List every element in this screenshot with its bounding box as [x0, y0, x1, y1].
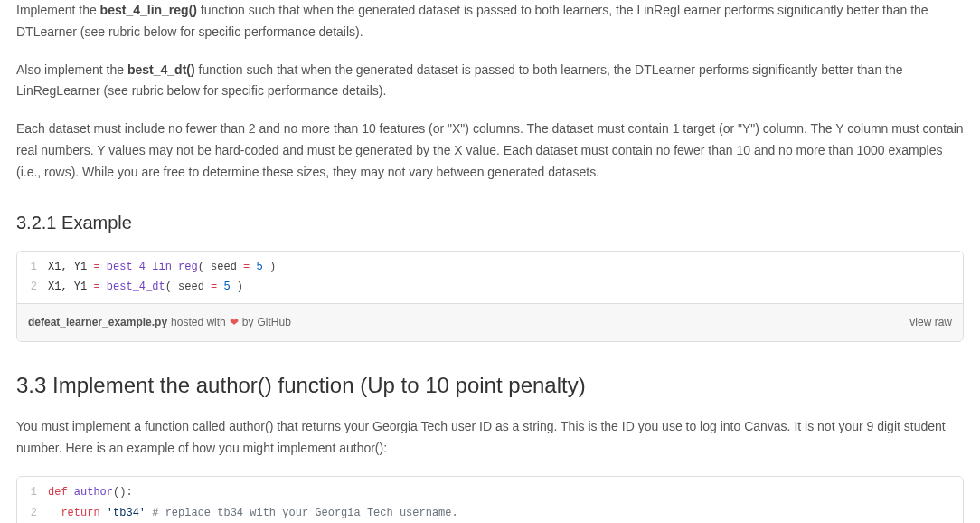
code-line: 1 X1, Y1 = best_4_lin_reg( seed = 5 ): [17, 257, 963, 278]
code-content: def author():: [48, 482, 963, 503]
paragraph-best4dt: Also implement the best_4_dt() function …: [16, 60, 964, 103]
gist-author-example: 1 def author(): 2 return 'tb34' # replac…: [16, 476, 964, 523]
code-line: 2 X1, Y1 = best_4_dt( seed = 5 ): [17, 277, 963, 298]
paragraph-best4linreg: Implement the best_4_lin_reg() function …: [16, 0, 964, 43]
heading-321-example: 3.2.1 Example: [16, 207, 964, 238]
gist-github-link[interactable]: GitHub: [257, 313, 290, 331]
gist-by-text: by: [242, 313, 254, 331]
code-content: X1, Y1 = best_4_lin_reg( seed = 5 ): [48, 257, 963, 278]
gist-hosted-text: hosted with: [171, 313, 226, 331]
text: Implement the: [16, 3, 100, 17]
gist-filename-link[interactable]: defeat_learner_example.py: [28, 313, 167, 331]
line-number: 1: [17, 482, 48, 503]
paragraph-author-desc: You must implement a function called aut…: [16, 416, 964, 460]
code-line: 1 def author():: [17, 482, 963, 503]
line-number: 2: [17, 503, 48, 523]
line-number: 1: [17, 257, 48, 278]
bold-fn-name: best_4_dt(): [127, 62, 195, 77]
gist-code-block: 1 def author(): 2 return 'tb34' # replac…: [17, 477, 963, 523]
gist-meta-bar: defeat_learner_example.py hosted with ❤ …: [17, 303, 963, 340]
code-line: 2 return 'tb34' # replace tb34 with your…: [17, 503, 963, 523]
gist-defeat-learner: 1 X1, Y1 = best_4_lin_reg( seed = 5 ) 2 …: [16, 251, 964, 342]
bold-fn-name: best_4_lin_reg(): [100, 3, 197, 17]
heart-icon: ❤: [230, 313, 239, 331]
paragraph-dataset-reqs: Each dataset must include no fewer than …: [16, 119, 964, 183]
heading-33-author: 3.3 Implement the author() function (Up …: [16, 367, 964, 404]
gist-view-raw-link[interactable]: view raw: [909, 313, 952, 331]
text: Also implement the: [16, 62, 127, 77]
code-content: return 'tb34' # replace tb34 with your G…: [48, 503, 963, 523]
line-number: 2: [17, 277, 48, 298]
gist-code-block: 1 X1, Y1 = best_4_lin_reg( seed = 5 ) 2 …: [17, 252, 963, 304]
code-content: X1, Y1 = best_4_dt( seed = 5 ): [48, 277, 963, 298]
